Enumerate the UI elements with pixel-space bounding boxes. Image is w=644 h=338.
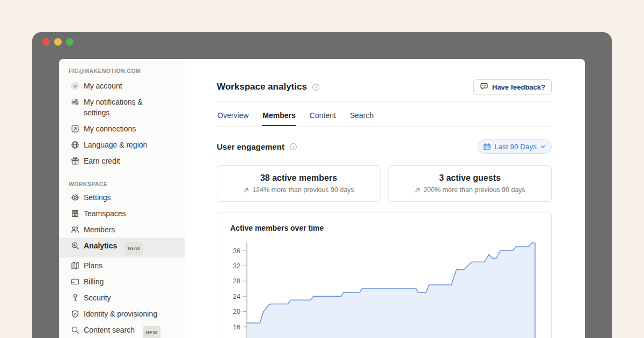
- stat-card-38-active-members: 38 active members124% more than previous…: [217, 165, 380, 202]
- tab-content[interactable]: Content: [309, 102, 336, 126]
- svg-text:32: 32: [233, 262, 240, 270]
- window-titlebar: [32, 32, 612, 59]
- new-badge: NEW: [143, 326, 160, 338]
- help-icon[interactable]: ?: [289, 143, 297, 151]
- sidebar-item-label: Settings: [84, 192, 111, 203]
- sidebar-item-label: My connections: [84, 123, 136, 134]
- analytics-tabs: OverviewMembersContentSearch: [217, 102, 552, 127]
- zoom-window-button[interactable]: [66, 38, 74, 46]
- app-window: FIG@MAKENOTION.COM My accountMy notifica…: [32, 32, 612, 338]
- sidebar-item-label: Security: [84, 292, 111, 303]
- sidebar-item-my-notifications-settings[interactable]: My notifications & settings: [59, 94, 185, 121]
- sidebar-item-teamspaces[interactable]: Teamspaces: [59, 205, 185, 222]
- sidebar-item-earn-credit[interactable]: Earn credit: [59, 153, 185, 169]
- sidebar-item-label: Content search: [84, 325, 135, 335]
- settings-dialog: FIG@MAKENOTION.COM My accountMy notifica…: [59, 59, 585, 338]
- sidebar-item-language-region[interactable]: Language & region: [59, 137, 185, 153]
- sidebar-item-label: Analytics: [84, 240, 117, 251]
- people-icon: [71, 225, 79, 234]
- shield-check-icon: [71, 310, 79, 318]
- new-badge: NEW: [125, 242, 143, 255]
- stat-value: 3 active guests: [439, 173, 501, 183]
- sidebar-item-label: Language & region: [84, 139, 147, 150]
- page-title: Workspace analytics: [217, 82, 307, 92]
- chart-title: Active members over time: [217, 212, 551, 232]
- calendar-icon: [483, 143, 491, 151]
- sliders-icon: [71, 98, 79, 106]
- svg-text:16: 16: [233, 324, 240, 331]
- stat-delta: 200% more than previous 90 days: [414, 186, 525, 194]
- tab-overview[interactable]: Overview: [217, 102, 249, 126]
- sidebar-item-analytics[interactable]: AnalyticsNEW: [59, 238, 185, 258]
- analytics-content: Workspace analytics ? Have feedback? Ove…: [185, 59, 585, 338]
- sidebar-item-label: Earn credit: [84, 156, 120, 166]
- sidebar-item-billing[interactable]: Billing: [59, 274, 185, 290]
- sidebar-item-my-connections[interactable]: My connections: [59, 121, 185, 137]
- sidebar-item-label: My notifications & settings: [84, 97, 164, 118]
- sidebar-item-label: Teamspaces: [84, 208, 126, 219]
- svg-text:28: 28: [233, 277, 240, 285]
- gear-icon: [71, 193, 79, 202]
- sidebar-item-label: Members: [84, 224, 115, 235]
- sidebar-item-label: Plans: [84, 260, 103, 271]
- svg-text:20: 20: [233, 308, 240, 315]
- svg-text:36: 36: [233, 247, 240, 255]
- sidebar-item-plans[interactable]: Plans: [59, 258, 185, 274]
- svg-text:?: ?: [292, 144, 295, 149]
- date-range-filter[interactable]: Last 90 Days: [478, 139, 552, 154]
- gift-icon: [71, 157, 79, 165]
- stat-value: 38 active members: [260, 173, 337, 183]
- sidebar-item-identity-provisioning[interactable]: Identity & provisioning: [59, 306, 185, 322]
- sidebar-item-security[interactable]: Security: [59, 290, 185, 306]
- credit-card-icon: [71, 277, 79, 286]
- page-header: Workspace analytics ? Have feedback?: [217, 79, 552, 94]
- key-icon: [71, 293, 79, 302]
- globe-icon: [71, 141, 79, 149]
- sidebar-item-members[interactable]: Members: [59, 222, 185, 238]
- feedback-bubble-icon: [480, 82, 488, 92]
- magnifier-icon: [71, 326, 79, 334]
- arrow-up-right-box-icon: [71, 124, 79, 133]
- building-icon: [71, 209, 79, 218]
- members-over-time-card: Active members over time 162024283236: [217, 212, 552, 338]
- workspace-section: SettingsTeamspacesMembersAnalyticsNEWPla…: [59, 189, 185, 338]
- trend-up-icon: [243, 187, 249, 193]
- magnifier-plus-icon: [71, 241, 79, 250]
- stat-delta: 124% more than previous 90 days: [243, 186, 354, 194]
- stat-delta-text: 124% more than previous 90 days: [252, 186, 354, 194]
- sidebar-item-label: Billing: [84, 276, 104, 287]
- sidebar-item-settings[interactable]: Settings: [59, 189, 185, 205]
- svg-text:?: ?: [314, 85, 317, 90]
- avatar-icon: [71, 82, 79, 90]
- trend-up-icon: [414, 187, 420, 193]
- have-feedback-button[interactable]: Have feedback?: [473, 79, 552, 94]
- tab-search[interactable]: Search: [349, 102, 374, 126]
- settings-sidebar: FIG@MAKENOTION.COM My accountMy notifica…: [59, 59, 185, 338]
- tab-members[interactable]: Members: [262, 102, 296, 126]
- stat-delta-text: 200% more than previous 90 days: [423, 186, 525, 194]
- chevron-down-icon: [540, 144, 546, 150]
- workspace-section-header: WORKSPACE: [59, 181, 185, 189]
- sidebar-item-content-search[interactable]: Content searchNEW: [59, 322, 185, 338]
- close-window-button[interactable]: [42, 38, 50, 46]
- sidebar-item-label: Identity & provisioning: [84, 308, 157, 319]
- stat-card-3-active-guests: 3 active guests200% more than previous 9…: [388, 165, 552, 202]
- account-email-header: FIG@MAKENOTION.COM: [59, 68, 185, 78]
- engagement-header: User engagement ? Last 90 Days: [217, 139, 552, 154]
- help-icon[interactable]: ?: [312, 83, 320, 91]
- stat-cards: 38 active members124% more than previous…: [217, 165, 552, 202]
- account-section: My accountMy notifications & settingsMy …: [59, 78, 185, 169]
- map-icon: [71, 261, 79, 270]
- sidebar-item-my-account[interactable]: My account: [59, 78, 185, 94]
- minimize-window-button[interactable]: [54, 38, 62, 46]
- section-title: User engagement: [217, 142, 284, 151]
- sidebar-item-label: My account: [84, 80, 122, 91]
- svg-text:24: 24: [233, 293, 240, 300]
